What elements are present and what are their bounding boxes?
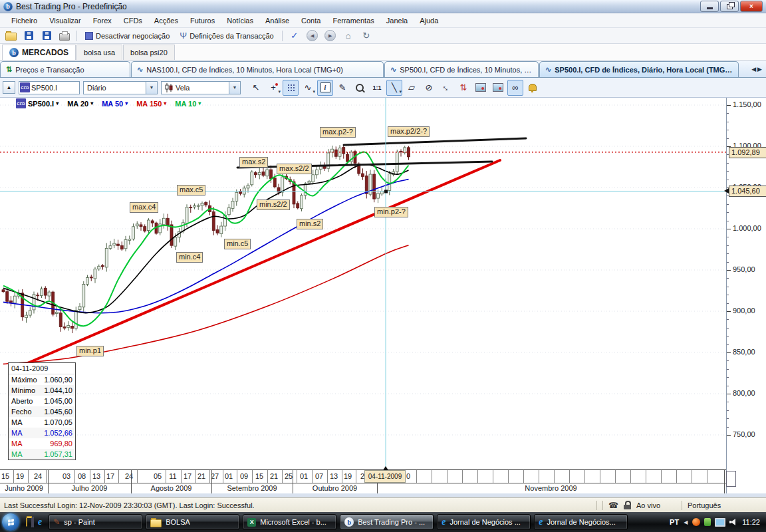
line-tool-button[interactable]: ╲▾: [386, 80, 402, 96]
menu-ana-lise[interactable]: Análise: [259, 15, 295, 27]
legend-item-ma-50[interactable]: MA 50▾: [102, 100, 128, 108]
minimize-button[interactable]: [700, 1, 719, 12]
alert-bell-button[interactable]: [525, 80, 541, 96]
home-icon[interactable]: ⌂: [340, 29, 356, 43]
eraser-button[interactable]: ▱: [404, 80, 420, 96]
annotation-max-c4[interactable]: max.c4: [130, 202, 158, 213]
save-all-icon[interactable]: [39, 29, 55, 43]
fit-chart-button[interactable]: ↔: [438, 80, 454, 96]
annotation-max-p2[interactable]: max.p2-?: [320, 127, 356, 138]
chevron-down-icon[interactable]: ▼: [146, 82, 157, 94]
firefox-tray-icon[interactable]: [692, 518, 700, 526]
document-tab-2[interactable]: ∿NAS100.I, CFD de Índices, 10 Minutos, H…: [131, 61, 384, 77]
delete-all-button[interactable]: ⊘: [421, 80, 437, 96]
chevron-down-icon[interactable]: ▾: [399, 89, 402, 94]
legend-item-ma-20[interactable]: MA 20▾: [67, 100, 93, 108]
menu-ferramentas[interactable]: Ferramentas: [326, 15, 380, 27]
quick-launch-ie-icon[interactable]: e: [38, 517, 42, 527]
taskbar-button-bolsa[interactable]: BOLSA: [146, 514, 239, 530]
trendlines-layer[interactable]: [20, 138, 526, 366]
pointer-tool-button[interactable]: ↖: [248, 80, 264, 96]
menu-noti-cias[interactable]: Notícias: [221, 15, 259, 27]
connection-icon[interactable]: ☎: [608, 501, 618, 510]
taskbar-button-best-trading-pro[interactable]: bBest Trading Pro - ...: [340, 514, 434, 530]
chart-image-button[interactable]: [473, 80, 489, 96]
annotation-tool-button[interactable]: ✎: [334, 80, 350, 96]
forward-icon[interactable]: ▶: [322, 29, 338, 43]
document-tab-3[interactable]: ∿SP500.I, CFD de Índices, 10 Minutos, Ho…: [384, 61, 539, 77]
chevron-down-icon[interactable]: ▼: [229, 82, 240, 94]
annotation-min-c4[interactable]: min.c4: [176, 252, 203, 263]
time-axis[interactable]: 1519240308131724051117212701091521250107…: [0, 469, 726, 493]
taskbar-button-jornal-de-nego-cios[interactable]: eJornal de Negócios...: [534, 514, 628, 530]
chevron-down-icon[interactable]: ▾: [278, 89, 281, 94]
indicator-tool-button[interactable]: ∿▾: [300, 80, 316, 96]
price-axis[interactable]: 1.150,001.100,001.050,001.000,00950,0090…: [726, 98, 766, 493]
info-tool-button[interactable]: i: [317, 80, 333, 96]
taskbar-button-sp-paint[interactable]: ✎sp - Paint: [49, 514, 142, 530]
menu-cfds[interactable]: CFDs: [118, 15, 148, 27]
highlighted-date-cell[interactable]: 04-11-2009: [364, 470, 406, 483]
chart-image-alt-button[interactable]: [490, 80, 506, 96]
document-tab-4[interactable]: ∿SP500.I, CFD de Índices, Diário, Hora L…: [539, 61, 739, 77]
legend-item-ma-150[interactable]: MA 150▾: [136, 100, 166, 108]
chevron-down-icon[interactable]: ▾: [164, 100, 166, 106]
menu-acc-o-es[interactable]: Acções: [148, 15, 184, 27]
workspace-tab-mercados[interactable]: b MERCADOS: [2, 45, 76, 60]
grid-style-button[interactable]: [283, 80, 299, 96]
quick-launch-window-icon[interactable]: [26, 518, 27, 526]
annotation-max-c5[interactable]: max.c5: [177, 185, 205, 196]
workspace-tab-bolsa-usa[interactable]: bolsa usa: [76, 45, 122, 60]
quick-launch-desktop-icon[interactable]: [31, 518, 34, 526]
annotation-min-p1[interactable]: min.p1: [76, 346, 104, 356]
collapse-toolbar-button[interactable]: ▲: [3, 81, 15, 94]
tray-expand-icon[interactable]: ◀: [684, 519, 688, 525]
period-select[interactable]: Diário ▼: [83, 81, 158, 94]
annotation-max-s2[interactable]: max.s2: [239, 157, 268, 168]
price-arrows-button[interactable]: ⇅: [455, 80, 471, 96]
menu-ajuda[interactable]: Ajuda: [414, 15, 444, 27]
language-status[interactable]: Português: [688, 501, 761, 509]
chart-type-select[interactable]: Vela ▼: [161, 81, 241, 94]
save-icon[interactable]: [21, 29, 37, 43]
close-button[interactable]: ×: [740, 1, 763, 12]
chevron-down-icon[interactable]: ▾: [56, 100, 59, 106]
symbol-input[interactable]: CFD SP500.I: [19, 81, 80, 94]
print-icon[interactable]: [57, 29, 72, 43]
link-charts-button[interactable]: ∞: [507, 80, 523, 96]
scroll-right-icon[interactable]: ▶: [757, 66, 762, 72]
annotation-min-s2[interactable]: min.s2: [297, 219, 323, 229]
annotation-max-p2-2[interactable]: max.p2/2-?: [388, 126, 430, 137]
annotation-min-p2[interactable]: min.p2-?: [374, 207, 408, 217]
network-tray-icon[interactable]: [715, 518, 725, 527]
lock-icon[interactable]: [624, 501, 631, 509]
legend-item-sp500-i[interactable]: CFDSP500.I▾: [16, 98, 59, 108]
menu-conta[interactable]: Conta: [295, 15, 326, 27]
taskbar-button-microsoft-excel-b[interactable]: XMicrosoft Excel - b...: [243, 514, 336, 530]
zoom-one-to-one-button[interactable]: 1:1: [369, 80, 385, 96]
security-tray-icon[interactable]: [704, 518, 711, 526]
legend-item-ma-10[interactable]: MA 10▾: [175, 100, 201, 108]
annotation-max-s2-2[interactable]: max.s2/2: [277, 164, 312, 174]
chevron-down-icon[interactable]: ▾: [125, 100, 128, 106]
start-button[interactable]: [2, 513, 19, 531]
tray-language[interactable]: PT: [670, 518, 679, 526]
restore-button[interactable]: [720, 1, 739, 12]
volume-tray-icon[interactable]: [729, 518, 737, 526]
disable-trading-button[interactable]: Desactivar negociação: [81, 29, 174, 43]
chevron-down-icon[interactable]: ▾: [198, 100, 201, 106]
open-folder-icon[interactable]: [3, 29, 19, 43]
transaction-settings-button[interactable]: ΨDefinições da Transacção: [176, 29, 277, 43]
document-tab-1[interactable]: ⇅Preços e Transacção: [0, 61, 130, 77]
chevron-down-icon[interactable]: ▾: [90, 100, 93, 106]
confirm-icon[interactable]: ✓: [287, 29, 303, 43]
menu-ficheiro[interactable]: Ficheiro: [5, 15, 43, 27]
menu-futuros[interactable]: Futuros: [184, 15, 221, 27]
taskbar-button-jornal-de-nego-cios[interactable]: eJornal de Negócios ...: [437, 514, 531, 530]
annotation-min-c5[interactable]: min.c5: [224, 239, 251, 249]
scroll-left-icon[interactable]: ◀: [751, 66, 756, 72]
candlestick-chart[interactable]: [0, 98, 726, 469]
crosshair-tool-button[interactable]: +▾: [265, 80, 281, 96]
annotation-min-s2-2[interactable]: min.s2/2: [257, 200, 290, 210]
zoom-in-button[interactable]: [352, 80, 368, 96]
